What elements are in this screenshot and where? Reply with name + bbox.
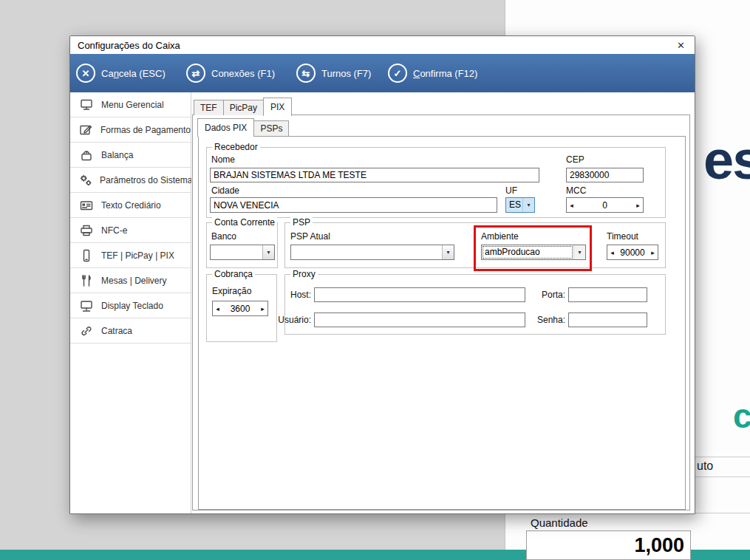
pix-tab-panel: Dados PIX PSPs Recebedor Conta Corrente … bbox=[192, 115, 690, 511]
spin-right-icon[interactable]: ▸ bbox=[633, 198, 643, 212]
label-mnemonic: n bbox=[114, 68, 119, 79]
content-area: TEF PicPay PIX Dados PIX PSPs Recebedor bbox=[191, 92, 695, 513]
tab-picpay[interactable]: PicPay bbox=[223, 100, 264, 115]
dialog-titlebar: Configurações do Caixa ✕ bbox=[70, 36, 695, 54]
sidebar-item-label: Catraca bbox=[101, 326, 132, 336]
uf-value: ES bbox=[506, 198, 522, 212]
cancel-button[interactable]: ✕ Cancela (ESC) bbox=[76, 64, 166, 83]
shifts-button[interactable]: ⇆ Turnos (F7) bbox=[296, 64, 371, 83]
label-part: onfirma (F12) bbox=[420, 68, 477, 79]
dropdown-icon[interactable]: ▾ bbox=[262, 245, 274, 259]
sidebar-item-display-teclado[interactable]: Display Teclado bbox=[70, 293, 191, 318]
spin-left-icon[interactable]: ◂ bbox=[567, 198, 576, 212]
dropdown-icon[interactable]: ▾ bbox=[573, 245, 585, 259]
cancel-icon: ✕ bbox=[76, 64, 95, 83]
ambiente-select[interactable]: ambProducao ▾ bbox=[481, 245, 586, 260]
sidebar-item-menu-gerencial[interactable]: Menu Gerencial bbox=[70, 92, 191, 117]
psp-atual-select[interactable]: ▾ bbox=[290, 245, 454, 260]
dialog-body: Menu Gerencial Formas de Pagamento Balan… bbox=[70, 92, 695, 513]
edit-icon bbox=[78, 123, 94, 137]
sidebar-item-nfce[interactable]: NFC-e bbox=[70, 218, 191, 243]
scale-icon bbox=[78, 148, 95, 163]
usuario-input[interactable] bbox=[314, 313, 525, 327]
toolbar: ✕ Cancela (ESC) ⇄ Conexões (F1) ⇆ Turnos… bbox=[70, 54, 695, 92]
nome-label: Nome bbox=[211, 154, 235, 165]
porta-input[interactable] bbox=[568, 287, 647, 302]
display-icon bbox=[78, 298, 95, 313]
dropdown-icon[interactable]: ▾ bbox=[442, 245, 454, 259]
cobranca-legend: Cobrança bbox=[212, 269, 255, 279]
sidebar-item-label: NFC-e bbox=[101, 225, 127, 236]
sidebar-item-texto-crediario[interactable]: Texto Crediário bbox=[70, 193, 191, 218]
psp-atual-label: PSP Atual bbox=[290, 231, 330, 242]
spin-right-icon[interactable]: ▸ bbox=[648, 245, 658, 259]
spin-left-icon[interactable]: ◂ bbox=[213, 301, 222, 315]
link-icon bbox=[78, 324, 95, 338]
dropdown-icon[interactable]: ▾ bbox=[522, 198, 534, 212]
confirm-label: Confirma (F12) bbox=[413, 68, 477, 79]
confirm-button[interactable]: ✓ Confirma (F12) bbox=[388, 64, 477, 83]
senha-input[interactable] bbox=[568, 313, 647, 327]
usuario-label: Usuário: bbox=[274, 315, 311, 325]
spin-left-icon[interactable]: ◂ bbox=[607, 245, 617, 259]
cancel-label: Cancela (ESC) bbox=[101, 68, 166, 79]
connections-label: Conexões (F1) bbox=[211, 68, 275, 79]
tab-pix[interactable]: PIX bbox=[263, 98, 292, 116]
banco-value bbox=[211, 245, 262, 259]
tab-tef[interactable]: TEF bbox=[194, 100, 224, 115]
sub-tabs: Dados PIX PSPs bbox=[197, 119, 288, 136]
sidebar-item-balanca[interactable]: Balança bbox=[70, 143, 191, 168]
nome-input[interactable] bbox=[210, 168, 539, 182]
smartphone-icon bbox=[78, 248, 95, 263]
tab-dados-pix[interactable]: Dados PIX bbox=[197, 118, 254, 137]
mcc-label: MCC bbox=[566, 185, 586, 196]
sidebar-item-label: Menu Gerencial bbox=[101, 100, 164, 110]
timeout-label: Timeout bbox=[607, 231, 638, 242]
sidebar-item-label: Formas de Pagamento bbox=[100, 125, 191, 135]
sidebar-item-parametros-do-sistema[interactable]: Parâmetros do Sistema bbox=[70, 168, 191, 193]
psp-legend: PSP bbox=[290, 217, 313, 228]
cep-label: CEP bbox=[566, 154, 584, 165]
mcc-value: 0 bbox=[576, 198, 633, 212]
sidebar-item-formas-de-pagamento[interactable]: Formas de Pagamento bbox=[70, 117, 191, 143]
cep-input[interactable] bbox=[566, 168, 644, 182]
host-input[interactable] bbox=[314, 287, 525, 302]
sidebar-item-tef-picpay-pix[interactable]: TEF | PicPay | PIX bbox=[70, 243, 191, 268]
shifts-icon: ⇆ bbox=[296, 64, 316, 83]
background-column-text-fragment: uto bbox=[697, 460, 713, 473]
sidebar-item-mesas-delivery[interactable]: Mesas | Delivery bbox=[70, 268, 191, 293]
sidebar-item-catraca[interactable]: Catraca bbox=[70, 318, 191, 344]
cidade-input[interactable] bbox=[210, 197, 497, 213]
label-part: Conexões (F1) bbox=[211, 68, 275, 79]
quantity-field: 1,000 bbox=[526, 530, 691, 560]
porta-label: Porta: bbox=[533, 290, 565, 300]
dialog-configuracoes-caixa: Configurações do Caixa ✕ ✕ Cancela (ESC)… bbox=[69, 35, 695, 514]
sidebar-item-label: Balança bbox=[101, 150, 133, 160]
quantity-value: 1,000 bbox=[634, 534, 684, 557]
uf-label: UF bbox=[505, 185, 517, 196]
dialog-title: Configurações do Caixa bbox=[78, 40, 675, 51]
recebedor-legend: Recebedor bbox=[212, 142, 260, 152]
expiracao-label: Expiração bbox=[212, 286, 251, 296]
timeout-value: 90000 bbox=[617, 245, 648, 259]
label-part: Ca bbox=[101, 68, 114, 79]
label-part: cela (ESC) bbox=[119, 68, 166, 79]
label-part: Turnos (F7) bbox=[321, 68, 371, 79]
id-card-icon bbox=[78, 198, 95, 213]
cidade-label: Cidade bbox=[211, 185, 239, 196]
dados-pix-panel: Recebedor Conta Corrente PSP Cobrança Pr bbox=[198, 136, 686, 510]
connections-button[interactable]: ⇄ Conexões (F1) bbox=[186, 64, 275, 83]
quantity-label: Quantidade bbox=[531, 516, 588, 529]
expiracao-stepper[interactable]: ◂ 3600 ▸ bbox=[212, 301, 268, 316]
sidebar: Menu Gerencial Formas de Pagamento Balan… bbox=[70, 92, 191, 513]
screen: es c uto Quantidade 1,000 Configurações … bbox=[0, 0, 750, 560]
printer-icon bbox=[78, 223, 95, 238]
mcc-stepper[interactable]: ◂ 0 ▸ bbox=[566, 197, 644, 213]
tab-psps[interactable]: PSPs bbox=[253, 120, 289, 136]
spin-right-icon[interactable]: ▸ bbox=[258, 301, 267, 315]
banco-select[interactable]: ▾ bbox=[210, 245, 275, 260]
close-icon[interactable]: ✕ bbox=[675, 40, 687, 51]
timeout-stepper[interactable]: ◂ 90000 ▸ bbox=[607, 245, 658, 260]
uf-select[interactable]: ES ▾ bbox=[505, 197, 535, 213]
confirm-icon: ✓ bbox=[388, 64, 407, 83]
